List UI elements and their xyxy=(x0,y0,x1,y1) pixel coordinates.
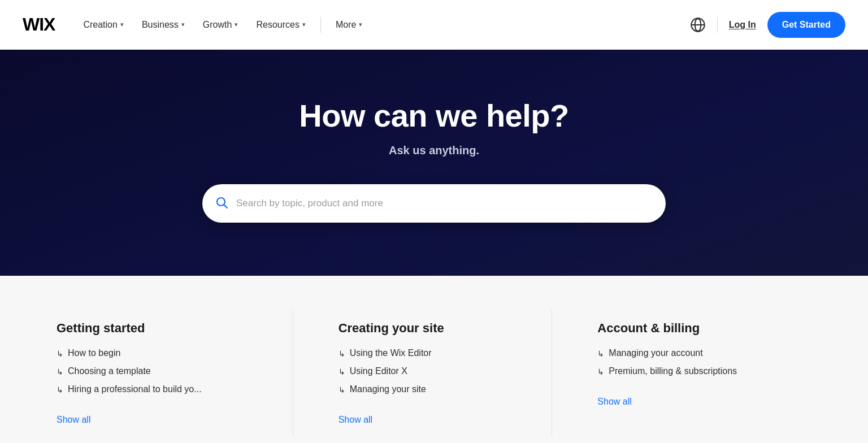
nav-item-more[interactable]: More ▾ xyxy=(328,15,370,34)
main-nav: Creation ▾ Business ▾ Growth ▾ Resources… xyxy=(75,15,370,34)
arrow-icon: ↳ xyxy=(597,349,604,358)
svg-line-6 xyxy=(224,205,228,209)
list-item[interactable]: ↳ Managing your account xyxy=(597,348,789,358)
arrow-icon: ↳ xyxy=(57,385,63,394)
arrow-icon: ↳ xyxy=(338,367,345,376)
nav-item-growth[interactable]: Growth ▾ xyxy=(195,15,246,34)
header-divider xyxy=(717,17,718,33)
list-item[interactable]: ↳ Premium, billing & subscriptions xyxy=(597,366,789,376)
search-icon xyxy=(215,196,228,211)
globe-icon[interactable] xyxy=(690,17,706,33)
list-item[interactable]: ↳ Using Editor X xyxy=(338,366,518,376)
arrow-icon: ↳ xyxy=(338,385,345,394)
arrow-icon: ↳ xyxy=(57,367,63,376)
get-started-button[interactable]: Get Started xyxy=(767,12,845,38)
search-container xyxy=(202,184,666,223)
nav-item-resources[interactable]: Resources ▾ xyxy=(248,15,313,34)
link-list-getting-started: ↳ How to begin ↳ Choosing a template ↳ H… xyxy=(57,348,259,394)
column-account-billing: Account & billing ↳ Managing your accoun… xyxy=(563,310,823,436)
column-title-getting-started: Getting started xyxy=(57,321,259,336)
header-left: WIX Creation ▾ Business ▾ Growth ▾ Resou… xyxy=(23,14,370,35)
chevron-down-icon: ▾ xyxy=(181,21,185,28)
column-creating-site: Creating your site ↳ Using the Wix Edito… xyxy=(305,310,553,436)
show-all-link-creating-site[interactable]: Show all xyxy=(338,415,372,425)
show-all-link-account-billing[interactable]: Show all xyxy=(597,397,631,407)
link-list-account-billing: ↳ Managing your account ↳ Premium, billi… xyxy=(597,348,789,376)
list-item[interactable]: ↳ Choosing a template xyxy=(57,366,259,376)
show-all-link-getting-started[interactable]: Show all xyxy=(57,415,90,425)
chevron-down-icon: ▾ xyxy=(302,21,306,28)
header: WIX Creation ▾ Business ▾ Growth ▾ Resou… xyxy=(0,0,868,50)
content-section: Getting started ↳ How to begin ↳ Choosin… xyxy=(0,276,868,443)
chevron-down-icon: ▾ xyxy=(235,21,238,28)
column-getting-started: Getting started ↳ How to begin ↳ Choosin… xyxy=(45,310,293,436)
nav-item-business[interactable]: Business ▾ xyxy=(134,15,193,34)
hero-subtitle: Ask us anything. xyxy=(389,144,479,157)
arrow-icon: ↳ xyxy=(597,367,604,376)
search-input[interactable] xyxy=(202,184,666,223)
column-title-creating-site: Creating your site xyxy=(338,321,518,336)
list-item[interactable]: ↳ Hiring a professional to build yo... xyxy=(57,384,259,394)
wix-logo[interactable]: WIX xyxy=(23,14,55,35)
arrow-icon: ↳ xyxy=(338,349,345,358)
login-link[interactable]: Log In xyxy=(729,20,756,30)
nav-item-creation[interactable]: Creation ▾ xyxy=(75,15,131,34)
list-item[interactable]: ↳ Managing your site xyxy=(338,384,518,394)
hero-section: How can we help? Ask us anything. xyxy=(0,50,868,276)
list-item[interactable]: ↳ Using the Wix Editor xyxy=(338,348,518,358)
nav-divider xyxy=(320,17,321,33)
hero-title: How can we help? xyxy=(299,97,568,134)
list-item[interactable]: ↳ How to begin xyxy=(57,348,259,358)
link-list-creating-site: ↳ Using the Wix Editor ↳ Using Editor X … xyxy=(338,348,518,394)
chevron-down-icon: ▾ xyxy=(120,21,124,28)
chevron-down-icon: ▾ xyxy=(359,21,362,28)
header-right: Log In Get Started xyxy=(690,12,845,38)
arrow-icon: ↳ xyxy=(57,349,63,358)
column-title-account-billing: Account & billing xyxy=(597,321,789,336)
